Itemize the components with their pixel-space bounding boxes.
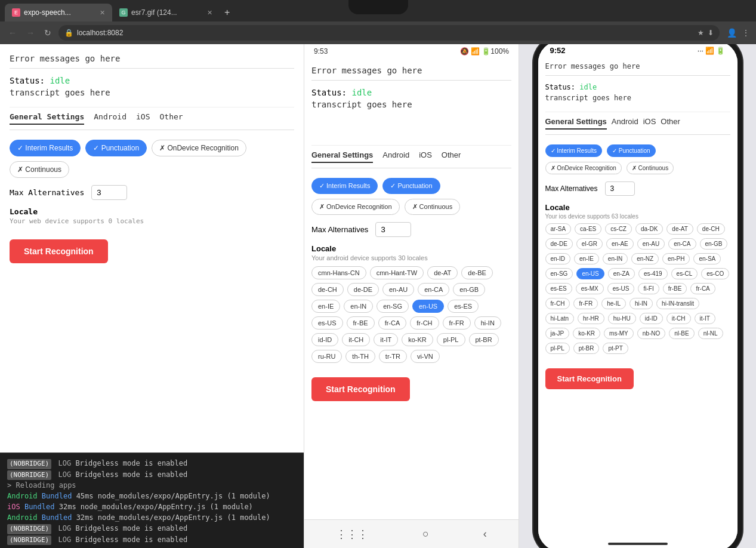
new-tab-button[interactable]: + — [220, 4, 234, 21]
tab-expo-speech[interactable]: E expo-speech... ✕ — [5, 4, 112, 21]
ios-locale-tag-it-IT[interactable]: it-IT — [695, 313, 715, 324]
ios-locale-tag-ca-ES[interactable]: ca-ES — [575, 223, 601, 235]
ios-locale-tag-he-IL[interactable]: he-IL — [601, 298, 626, 309]
web-toggle-interim[interactable]: ✓ Interim Results — [10, 140, 81, 156]
ios-locale-tag-pl-PL[interactable]: pl-PL — [545, 343, 570, 354]
android-locale-tag-de-BE[interactable]: de-BE — [461, 266, 493, 279]
ios-locale-tag-en-SG[interactable]: en-SG — [545, 268, 573, 279]
ios-locale-tag-el-GR[interactable]: el-GR — [576, 238, 603, 250]
ios-locale-tag-de-AT[interactable]: de-AT — [666, 223, 693, 235]
ios-tab-general[interactable]: General Settings — [545, 117, 607, 130]
android-locale-tag-cmn-Hans-CN[interactable]: cmn-Hans-CN — [311, 266, 366, 279]
android-toggle-ondevice[interactable]: ✗ OnDevice Recognition — [311, 199, 400, 215]
ios-locale-tag-de-DE[interactable]: de-DE — [545, 238, 573, 250]
ios-locale-tag-en-US[interactable]: en-US — [576, 268, 604, 279]
ios-tab-other[interactable]: Other — [661, 117, 680, 130]
ios-tab-ios[interactable]: iOS — [643, 117, 656, 130]
android-tab-ios[interactable]: iOS — [419, 150, 432, 163]
android-locale-tag-en-SG[interactable]: en-SG — [377, 300, 409, 313]
android-locale-tag-th-TH[interactable]: th-TH — [345, 350, 375, 363]
ios-locale-tag-en-CA[interactable]: en-CA — [668, 238, 696, 250]
android-locale-tag-vi-VN[interactable]: vi-VN — [411, 350, 440, 363]
android-nav-back[interactable]: ‹ — [483, 528, 487, 540]
ios-start-recognition-button[interactable]: Start Recognition — [545, 368, 634, 389]
ios-toggle-interim[interactable]: ✓ Interim Results — [545, 144, 602, 157]
ios-toggle-ondevice[interactable]: ✗ OnDevice Recognition — [545, 162, 622, 174]
android-locale-tag-id-ID[interactable]: id-ID — [311, 333, 338, 346]
ios-locale-tag-hi-IN-translit[interactable]: hi-IN-translit — [656, 298, 699, 309]
ios-locale-tag-ja-JP[interactable]: ja-JP — [545, 328, 570, 339]
web-tab-other[interactable]: Other — [160, 112, 183, 125]
ios-locale-tag-fi-FI[interactable]: fi-FI — [638, 283, 659, 294]
web-toggle-continuous[interactable]: ✗ Continuous — [10, 161, 69, 178]
android-locale-tag-it-IT[interactable]: it-IT — [374, 333, 398, 346]
address-bar[interactable]: 🔒 localhost:8082 ★ ⬇ — [58, 25, 720, 41]
ios-locale-tag-en-PH[interactable]: en-PH — [662, 253, 690, 264]
ios-locale-tag-es-CO[interactable]: es-CO — [701, 268, 729, 279]
web-toggle-punctuation[interactable]: ✓ Punctuation — [85, 140, 147, 156]
ios-locale-tag-pt-BR[interactable]: pt-BR — [573, 343, 600, 354]
ios-locale-tag-es-CL[interactable]: es-CL — [671, 268, 698, 279]
ios-locale-tag-en-IE[interactable]: en-IE — [574, 253, 599, 264]
ios-tab-android[interactable]: Android — [612, 117, 638, 130]
android-locale-tag-hi-IN[interactable]: hi-IN — [474, 316, 501, 330]
android-locale-tag-de-AT[interactable]: de-AT — [427, 266, 458, 279]
web-tab-ios[interactable]: iOS — [136, 112, 150, 125]
android-locale-tag-en-CA[interactable]: en-CA — [418, 283, 449, 296]
ios-locale-tag-en-AE[interactable]: en-AE — [606, 238, 634, 250]
android-locale-tag-fr-CH[interactable]: fr-CH — [410, 316, 439, 330]
ios-locale-tag-hu-HU[interactable]: hu-HU — [608, 313, 636, 324]
ios-locale-tag-en-IN[interactable]: en-IN — [603, 253, 628, 264]
android-locale-tag-en-US[interactable]: en-US — [412, 300, 444, 313]
nav-forward-button[interactable]: → — [24, 27, 37, 39]
android-tab-general[interactable]: General Settings — [311, 150, 373, 163]
ios-locale-tag-ko-KR[interactable]: ko-KR — [573, 328, 600, 339]
ios-locale-tag-id-ID[interactable]: id-ID — [640, 313, 663, 324]
android-locale-tag-es-ES[interactable]: es-ES — [448, 300, 479, 313]
ios-locale-tag-es-MX[interactable]: es-MX — [576, 283, 604, 294]
tab-esr7[interactable]: G esr7.gif (124... ✕ — [112, 4, 220, 21]
android-locale-tag-ko-KR[interactable]: ko-KR — [402, 333, 433, 346]
ios-locale-tag-en-ID[interactable]: en-ID — [545, 253, 570, 264]
android-nav-menu[interactable]: ⋮⋮⋮ — [336, 528, 368, 541]
android-locale-tag-de-CH[interactable]: de-CH — [311, 283, 344, 296]
android-tab-other[interactable]: Other — [442, 150, 461, 163]
ios-locale-tag-fr-CA[interactable]: fr-CA — [690, 283, 715, 294]
web-tab-general[interactable]: General Settings — [10, 112, 84, 125]
ios-locale-tag-en-SA[interactable]: en-SA — [693, 253, 721, 264]
android-locale-tag-en-AU[interactable]: en-AU — [382, 283, 414, 296]
ios-locale-tag-pt-PT[interactable]: pt-PT — [603, 343, 628, 354]
android-toggle-punctuation[interactable]: ✓ Punctuation — [382, 178, 440, 194]
ios-locale-tag-cs-CZ[interactable]: cs-CZ — [605, 223, 632, 235]
ios-locale-tag-en-AU[interactable]: en-AU — [637, 238, 665, 250]
ios-locale-tag-it-CH[interactable]: it-CH — [666, 313, 691, 324]
ios-toggle-punctuation[interactable]: ✓ Punctuation — [607, 144, 656, 157]
android-tab-android[interactable]: Android — [382, 150, 409, 163]
ios-locale-tag-fr-BE[interactable]: fr-BE — [663, 283, 687, 294]
ios-locale-tag-en-GB[interactable]: en-GB — [700, 238, 728, 250]
tab-close-expo[interactable]: ✕ — [100, 9, 105, 17]
android-locale-tag-fr-FR[interactable]: fr-FR — [443, 316, 471, 330]
ios-locale-tag-hr-HR[interactable]: hr-HR — [578, 313, 604, 324]
android-max-alternatives-input[interactable] — [375, 222, 411, 237]
ios-locale-tag-da-DK[interactable]: da-DK — [635, 223, 663, 235]
ios-locale-tag-hi-IN[interactable]: hi-IN — [630, 298, 653, 309]
ios-locale-tag-es-419[interactable]: es-419 — [638, 268, 668, 279]
android-locale-tag-fr-CA[interactable]: fr-CA — [378, 316, 407, 330]
tab-close-esr7[interactable]: ✕ — [207, 9, 212, 17]
android-locale-tag-it-CH[interactable]: it-CH — [342, 333, 370, 346]
android-start-recognition-button[interactable]: Start Recognition — [311, 377, 410, 401]
android-locale-tag-fr-BE[interactable]: fr-BE — [347, 316, 375, 330]
ios-locale-tag-en-NZ[interactable]: en-NZ — [631, 253, 659, 264]
android-locale-tag-en-IE[interactable]: en-IE — [311, 300, 340, 313]
ios-toggle-continuous[interactable]: ✗ Continuous — [627, 162, 674, 174]
android-locale-tag-ru-RU[interactable]: ru-RU — [311, 350, 342, 363]
ios-locale-tag-es-ES[interactable]: es-ES — [545, 283, 572, 294]
android-toggle-continuous[interactable]: ✗ Continuous — [405, 199, 461, 215]
android-locale-tag-pt-BR[interactable]: pt-BR — [469, 333, 499, 346]
android-locale-tag-en-IN[interactable]: en-IN — [344, 300, 373, 313]
android-locale-tag-cmn-Hant-TW[interactable]: cmn-Hant-TW — [370, 266, 424, 279]
ios-locale-tag-de-CH[interactable]: de-CH — [697, 223, 725, 235]
nav-reload-button[interactable]: ↻ — [42, 27, 54, 39]
web-max-alternatives-input[interactable] — [91, 185, 127, 200]
